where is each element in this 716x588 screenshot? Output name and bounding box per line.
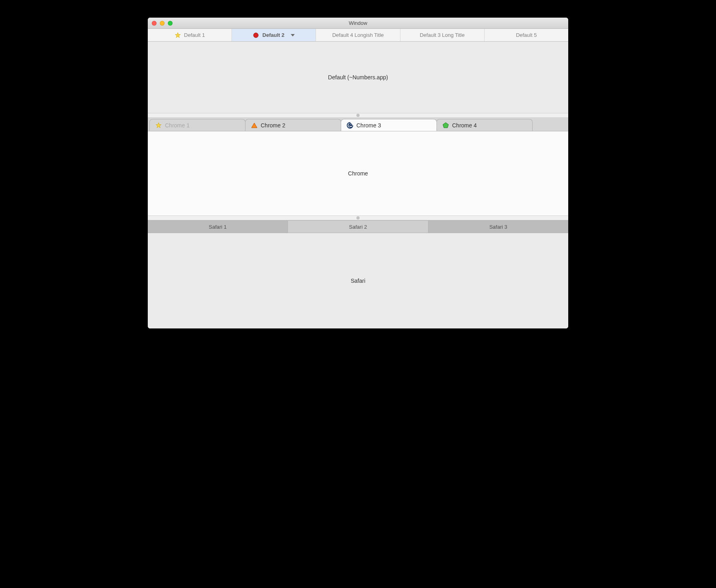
tab-label: Chrome 2 bbox=[261, 122, 285, 129]
tab-chrome-4[interactable]: Chrome 4 bbox=[436, 119, 533, 131]
svg-marker-3 bbox=[251, 123, 257, 128]
chrome-panel-label: Chrome bbox=[348, 170, 368, 177]
tab-safari-2[interactable]: Safari 2 bbox=[288, 221, 428, 233]
triangle-orange-icon bbox=[251, 122, 257, 129]
pentagon-green-icon bbox=[442, 122, 449, 129]
default-panel: Default (~Numbers.app) bbox=[148, 42, 568, 113]
tab-chrome-1[interactable]: Chrome 1 bbox=[149, 119, 245, 131]
star-icon bbox=[175, 32, 181, 38]
split-handle-1[interactable] bbox=[148, 113, 568, 118]
grip-icon bbox=[356, 114, 360, 117]
chevron-down-icon[interactable] bbox=[291, 34, 295, 36]
star-icon bbox=[155, 122, 162, 129]
chrome-tabbar: Chrome 1 Chrome 2 Chrome 3 Chrome 4 bbox=[148, 118, 568, 131]
safari-tabbar: Safari 1 Safari 2 Safari 3 bbox=[148, 220, 568, 233]
tab-label: Safari 1 bbox=[209, 224, 227, 230]
tab-label: Default 2 bbox=[262, 32, 284, 38]
tab-default-5[interactable]: Default 5 bbox=[485, 29, 568, 41]
tab-label: Default 1 bbox=[184, 32, 205, 38]
svg-marker-4 bbox=[443, 123, 449, 128]
svg-point-1 bbox=[253, 33, 258, 38]
chrome-panel: Chrome bbox=[148, 131, 568, 215]
tab-chrome-2[interactable]: Chrome 2 bbox=[245, 119, 341, 131]
window: Window Default 1 Default 2 Default 4 Lon… bbox=[148, 18, 568, 328]
safari-panel: Safari bbox=[148, 233, 568, 328]
tab-default-3[interactable]: Default 3 Long Title bbox=[400, 29, 485, 41]
tab-label: Safari 3 bbox=[489, 224, 507, 230]
window-title: Window bbox=[148, 20, 568, 26]
tab-label: Default 5 bbox=[516, 32, 537, 38]
tab-label: Chrome 3 bbox=[356, 122, 381, 129]
titlebar: Window bbox=[148, 18, 568, 29]
tab-label: Chrome 1 bbox=[165, 122, 189, 129]
tab-default-1[interactable]: Default 1 bbox=[148, 29, 232, 41]
zoom-button[interactable] bbox=[168, 21, 173, 26]
tab-label: Default 3 Long Title bbox=[420, 32, 465, 38]
grip-icon bbox=[356, 216, 360, 219]
spiral-icon bbox=[347, 122, 353, 129]
svg-marker-2 bbox=[156, 123, 161, 128]
close-button[interactable] bbox=[152, 21, 157, 26]
tab-default-2[interactable]: Default 2 bbox=[232, 29, 316, 41]
tab-default-4[interactable]: Default 4 Longish Title bbox=[316, 29, 400, 41]
traffic-lights bbox=[148, 21, 173, 26]
tab-label: Chrome 4 bbox=[452, 122, 477, 129]
tab-safari-3[interactable]: Safari 3 bbox=[428, 221, 568, 233]
default-tabbar: Default 1 Default 2 Default 4 Longish Ti… bbox=[148, 29, 568, 42]
tab-chrome-3[interactable]: Chrome 3 bbox=[341, 119, 437, 131]
default-panel-label: Default (~Numbers.app) bbox=[328, 74, 388, 81]
svg-marker-0 bbox=[175, 32, 180, 38]
tab-label: Safari 2 bbox=[349, 224, 367, 230]
tab-label: Default 4 Longish Title bbox=[332, 32, 384, 38]
tab-safari-1[interactable]: Safari 1 bbox=[148, 221, 288, 233]
safari-panel-label: Safari bbox=[351, 278, 366, 284]
minimize-button[interactable] bbox=[160, 21, 165, 26]
split-handle-2[interactable] bbox=[148, 215, 568, 220]
circle-red-icon bbox=[253, 32, 259, 38]
